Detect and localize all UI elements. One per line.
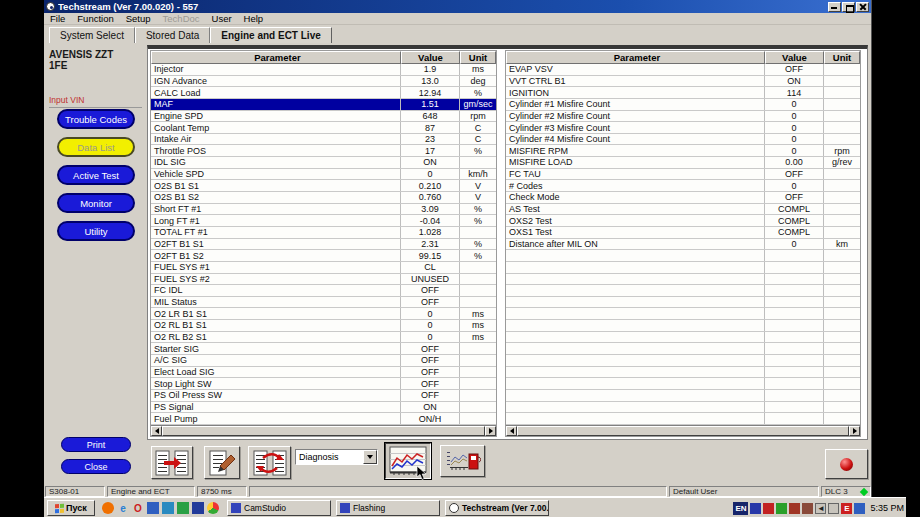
table-row[interactable]: Cylinder #4 Misfire Count0: [506, 134, 860, 146]
restore-button[interactable]: [842, 2, 855, 12]
table-row[interactable]: Cylinder #2 Misfire Count0: [506, 111, 860, 123]
table-row[interactable]: EVAP VSVOFF: [506, 64, 860, 76]
table-row[interactable]: O2S B1 S20.760V: [151, 192, 496, 204]
table-row[interactable]: FUEL SYS #1CL: [151, 262, 496, 274]
table-row[interactable]: FUEL SYS #2UNUSED: [151, 274, 496, 286]
table-row[interactable]: [506, 413, 860, 425]
start-button[interactable]: Пуск: [47, 500, 95, 516]
scroll-right-button[interactable]: [849, 426, 860, 436]
column-header-parameter[interactable]: Parameter: [506, 51, 765, 64]
table-row[interactable]: A/C SIGOFF: [151, 355, 496, 367]
table-row[interactable]: Long FT #1-0.04%: [151, 215, 496, 227]
scroll-right-button[interactable]: [485, 426, 496, 436]
opera-icon[interactable]: O: [132, 502, 144, 514]
table-row[interactable]: Throttle POS17%: [151, 145, 496, 157]
tab-system-select[interactable]: System Select: [49, 27, 135, 43]
language-indicator[interactable]: EN: [733, 502, 748, 515]
record-data-button[interactable]: [204, 446, 240, 479]
table-row[interactable]: MISFIRE RPM0rpm: [506, 145, 860, 157]
table-row[interactable]: Injector1.9ms: [151, 64, 496, 76]
horizontal-scrollbar[interactable]: [151, 425, 496, 436]
table-row[interactable]: [506, 367, 860, 379]
device-brown-icon[interactable]: [789, 503, 800, 514]
column-header-value[interactable]: Value: [765, 51, 824, 64]
combo-dropdown-button[interactable]: [363, 450, 377, 464]
table-row[interactable]: [506, 320, 860, 332]
table-row[interactable]: [506, 343, 860, 355]
table-row[interactable]: Engine SPD648rpm: [151, 111, 496, 123]
column-header-value[interactable]: Value: [401, 51, 460, 64]
internet-explorer-icon[interactable]: e: [117, 502, 129, 514]
display-blue-icon[interactable]: [854, 503, 865, 514]
table-row[interactable]: IGNITION114: [506, 87, 860, 99]
network-signal-icon[interactable]: [802, 503, 813, 514]
menu-user[interactable]: User: [206, 13, 238, 24]
column-header-parameter[interactable]: Parameter: [151, 51, 401, 64]
sidebar-button-active-test[interactable]: Active Test: [57, 165, 135, 185]
table-row[interactable]: MIL StatusOFF: [151, 297, 496, 309]
table-row[interactable]: MISFIRE LOAD0.00g/rev: [506, 157, 860, 169]
table-row[interactable]: [506, 274, 860, 286]
table-row[interactable]: O2S B1 S10.210V: [151, 180, 496, 192]
close-screen-button[interactable]: Close: [61, 459, 131, 474]
media-player-icon[interactable]: [162, 502, 174, 514]
table-row[interactable]: AS TestCOMPL: [506, 204, 860, 216]
scroll-left-button[interactable]: [506, 426, 517, 436]
view-mode-select[interactable]: Diagnosis: [295, 449, 378, 465]
sidebar-button-utility[interactable]: Utility: [57, 221, 135, 241]
table-row[interactable]: [506, 355, 860, 367]
table-row[interactable]: MAF1.51gm/sec: [151, 99, 496, 111]
explorer-icon[interactable]: [177, 502, 189, 514]
task-flashing[interactable]: Flashing: [336, 500, 440, 516]
print-button[interactable]: Print: [61, 437, 131, 452]
table-row[interactable]: PS SignalON: [151, 402, 496, 414]
table-row[interactable]: Short FT #13.09%: [151, 204, 496, 216]
app-blue-icon[interactable]: [750, 503, 761, 514]
table-row[interactable]: [506, 378, 860, 390]
scrollbar-thumb[interactable]: [517, 426, 849, 436]
app-red-icon[interactable]: [763, 503, 774, 514]
table-row[interactable]: O2 RL B1 S10ms: [151, 320, 496, 332]
sidebar-button-trouble-codes[interactable]: Trouble Codes: [57, 109, 135, 129]
table-row[interactable]: Vehicle SPD0km/h: [151, 169, 496, 181]
line-graph-button[interactable]: [385, 443, 431, 479]
table-row[interactable]: Check ModeOFF: [506, 192, 860, 204]
table-row[interactable]: CALC Load12.94%: [151, 87, 496, 99]
table-row[interactable]: TOTAL FT #11.028: [151, 227, 496, 239]
table-row[interactable]: [506, 390, 860, 402]
table-row[interactable]: O2 RL B2 S10ms: [151, 332, 496, 344]
task-camstudio[interactable]: CamStudio: [227, 500, 331, 516]
menu-techdoc[interactable]: TechDoc: [157, 13, 206, 24]
menu-function[interactable]: Function: [71, 13, 119, 24]
battery-icon[interactable]: [828, 503, 839, 514]
chrome-icon[interactable]: [207, 502, 219, 514]
table-row[interactable]: O2FT B1 S12.31%: [151, 239, 496, 251]
table-row[interactable]: Fuel PumpON/H: [151, 413, 496, 425]
clock[interactable]: 5:35 PM: [870, 503, 904, 513]
table-row[interactable]: [506, 402, 860, 414]
antivirus-green-icon[interactable]: [776, 503, 787, 514]
fuel-consumption-graph-button[interactable]: [440, 445, 485, 477]
table-row[interactable]: IDL SIGON: [151, 157, 496, 169]
menu-setup[interactable]: Setup: [120, 13, 157, 24]
tab-engine-and-ect-live[interactable]: Engine and ECT Live: [210, 27, 331, 43]
tab-stored-data[interactable]: Stored Data: [135, 27, 210, 43]
table-row[interactable]: Elect Load SIGOFF: [151, 367, 496, 379]
photoshop-icon[interactable]: [192, 502, 204, 514]
table-row[interactable]: VVT CTRL B1ON: [506, 76, 860, 88]
table-row[interactable]: [506, 250, 860, 262]
compare-data-button[interactable]: [248, 446, 291, 479]
table-row[interactable]: Starter SIGOFF: [151, 343, 496, 355]
table-row[interactable]: # Codes0: [506, 180, 860, 192]
column-header-unit[interactable]: Unit: [460, 51, 496, 64]
table-row[interactable]: [506, 332, 860, 344]
table-row[interactable]: Cylinder #1 Misfire Count0: [506, 99, 860, 111]
table-row[interactable]: IGN Advance13.0deg: [151, 76, 496, 88]
table-row[interactable]: [506, 308, 860, 320]
table-row[interactable]: Distance after MIL ON0km: [506, 239, 860, 251]
table-row[interactable]: O2FT B1 S299.15%: [151, 250, 496, 262]
table-row[interactable]: [506, 285, 860, 297]
table-row[interactable]: [506, 262, 860, 274]
table-row[interactable]: Stop Light SWOFF: [151, 378, 496, 390]
table-row[interactable]: [506, 297, 860, 309]
